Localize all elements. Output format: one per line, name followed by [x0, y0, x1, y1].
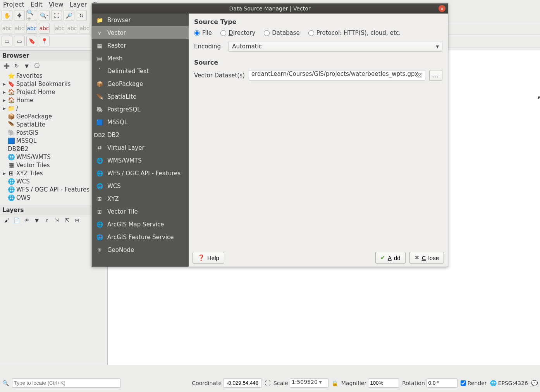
tool-deselect[interactable]: ▭ [14, 36, 25, 46]
radio-file[interactable]: File [194, 29, 212, 36]
browser-filter-icon[interactable]: ▼ [22, 62, 31, 70]
sb-icon: 🟦 [96, 118, 103, 126]
tree-row[interactable]: ▸🏠Home [2, 96, 106, 104]
tree-row[interactable]: ▸⊞XYZ Tiles [2, 169, 106, 177]
tool-label-d[interactable]: abc [39, 23, 50, 34]
vector-path-input[interactable]: erdantLearn/Courses/GIS/projects/waterbe… [249, 70, 425, 81]
tree-row[interactable]: 🌐WMS/WMTS [2, 153, 106, 161]
sidebar-item-vector[interactable]: ⋎Vector [92, 26, 189, 39]
tool-refresh[interactable]: ↻ [76, 10, 87, 21]
browser-refresh-icon[interactable]: ↻ [12, 62, 21, 70]
tree-row[interactable]: 🐘PostGIS [2, 128, 106, 137]
browser-add-icon[interactable]: ➕ [2, 62, 11, 70]
radio-database[interactable]: Database [264, 29, 300, 36]
rotation-input[interactable] [426, 378, 457, 388]
extents-icon[interactable]: ⛶ [265, 380, 270, 386]
tree-icon: 🐘 [8, 129, 15, 136]
sidebar-item-wcs[interactable]: 🌐WCS [92, 180, 189, 192]
sidebar-item-geopackage[interactable]: 📦GeoPackage [92, 77, 189, 90]
tree-row[interactable]: 🌐OWS [2, 193, 106, 202]
locator-input[interactable] [12, 378, 120, 388]
tool-label-f[interactable]: abc [67, 23, 77, 34]
layers-eye-icon[interactable]: 👁 [22, 216, 31, 224]
tool-pan[interactable]: ✋ [2, 10, 12, 21]
layers-style-icon[interactable]: 🖌 [2, 216, 11, 224]
sidebar-item-arcgis-map-service[interactable]: 🌐ArcGIS Map Service [92, 218, 189, 231]
tree-row[interactable]: 🌐WFS / OGC API - Features [2, 185, 106, 193]
crs-button[interactable]: 🌐EPSG:4326 [490, 380, 528, 386]
tool-select[interactable]: ▭ [2, 36, 12, 46]
layers-expand-icon[interactable]: ⇲ [53, 216, 61, 224]
radio-protocol[interactable]: Protocol: HTTP(S), cloud, etc. [308, 29, 401, 36]
encoding-select[interactable]: Automatic ▾ [229, 41, 442, 52]
dialog-titlebar: Data Source Manager | Vector × [92, 3, 448, 14]
tool-pin[interactable]: 📍 [39, 36, 50, 46]
tool-label-c[interactable]: abc [26, 23, 37, 34]
tree-row[interactable]: DB2DB2 [2, 145, 106, 153]
tree-row[interactable]: ⭐Favorites [2, 72, 106, 80]
sidebar-item-spatialite[interactable]: 🪶SpatiaLite [92, 90, 189, 103]
tool-zoom-in[interactable]: 🔍+ [26, 10, 37, 21]
tool-label-g[interactable]: abc [79, 23, 90, 34]
scale-select[interactable]: 1:509520 [290, 378, 328, 388]
sidebar-item-geonode[interactable]: ✳GeoNode [92, 243, 189, 256]
radio-directory[interactable]: Directory [220, 29, 255, 36]
sidebar-item-raster[interactable]: ▦Raster [92, 39, 189, 52]
tool-bookmark[interactable]: 🔖 [26, 36, 37, 46]
sidebar-item-virtual-layer[interactable]: ⧉Virtual Layer [92, 141, 189, 154]
tree-row[interactable]: ▸🏠Project Home [2, 88, 106, 96]
render-checkbox[interactable]: Render [461, 380, 487, 386]
sidebar-item-wms-wmts[interactable]: 🌐WMS/WMTS [92, 154, 189, 167]
menu-edit[interactable]: Edit [31, 1, 43, 9]
menu-layer[interactable]: Layer [70, 1, 87, 9]
layers-add-icon[interactable]: 📄 [12, 216, 21, 224]
layers-expr-icon[interactable]: ε [43, 216, 51, 224]
tree-label: GeoPackage [16, 113, 52, 120]
menu-project[interactable]: Project [3, 1, 24, 9]
sidebar-item-label: ArcGIS Map Service [107, 221, 164, 228]
sidebar-item-postgresql[interactable]: 🐘PostgreSQL [92, 103, 189, 116]
magnifier-input[interactable] [368, 378, 399, 388]
sidebar-item-vector-tile[interactable]: ⊞Vector Tile [92, 205, 189, 218]
tool-label-b[interactable]: abc [14, 23, 25, 34]
add-button[interactable]: ✔Add [375, 252, 406, 264]
browser-collapse-icon[interactable]: ⓘ [33, 62, 41, 70]
help-button[interactable]: ❓Help [193, 252, 224, 264]
tree-row[interactable]: 📦GeoPackage [2, 112, 106, 120]
tree-label: Favorites [16, 72, 43, 79]
tree-label: XYZ Tiles [16, 170, 43, 177]
sidebar-item-delimited-text[interactable]: 𝄒Delimited Text [92, 65, 189, 77]
tree-row[interactable]: 🌐WCS [2, 177, 106, 185]
sidebar-item-xyz[interactable]: ⊞XYZ [92, 192, 189, 205]
messages-icon[interactable]: 💬 [531, 380, 538, 386]
tree-label: Home [16, 97, 33, 104]
tree-row[interactable]: ▦Vector Tiles [2, 161, 106, 169]
sidebar-item-db2[interactable]: DB2DB2 [92, 128, 189, 141]
tool-move[interactable]: ✥ [14, 10, 25, 21]
tree-row[interactable]: ▸🔖Spatial Bookmarks [2, 80, 106, 88]
tool-zoom-layer[interactable]: 🔎 [64, 10, 74, 21]
sidebar-item-wfs-ogc-api-features[interactable]: 🌐WFS / OGC API - Features [92, 167, 189, 180]
layers-remove-icon[interactable]: ⊟ [73, 216, 81, 224]
sidebar-item-browser[interactable]: 📁Browser [92, 14, 189, 26]
tool-label-e[interactable]: abc [54, 23, 65, 34]
sidebar-item-mssql[interactable]: 🟦MSSQL [92, 116, 189, 128]
lock-icon[interactable]: 🔒 [332, 380, 338, 386]
sidebar-item-arcgis-feature-service[interactable]: 🌐ArcGIS Feature Service [92, 231, 189, 243]
tool-zoom-full[interactable]: ⛶ [51, 10, 62, 21]
layers-collapse-icon[interactable]: ⇱ [63, 216, 71, 224]
tree-row[interactable]: 🪶SpatiaLite [2, 120, 106, 128]
menu-view[interactable]: View [49, 1, 64, 9]
tree-row[interactable]: ▸📁/ [2, 104, 106, 112]
clear-icon[interactable]: ⌫ [416, 73, 423, 79]
tree-row[interactable]: 🟦MSSQL [2, 137, 106, 145]
tool-label-a[interactable]: abc [2, 23, 12, 34]
sidebar-item-mesh[interactable]: ▤Mesh [92, 52, 189, 65]
dialog-close-icon[interactable]: × [439, 5, 445, 12]
close-button[interactable]: ✖Close [409, 252, 444, 264]
layers-filter-icon[interactable]: ▼ [33, 216, 41, 224]
vector-datasets-label: Vector Dataset(s) [194, 72, 245, 79]
coord-input[interactable] [223, 378, 262, 388]
tool-zoom-out[interactable]: 🔍- [39, 10, 50, 21]
browse-button[interactable]: … [429, 70, 442, 81]
